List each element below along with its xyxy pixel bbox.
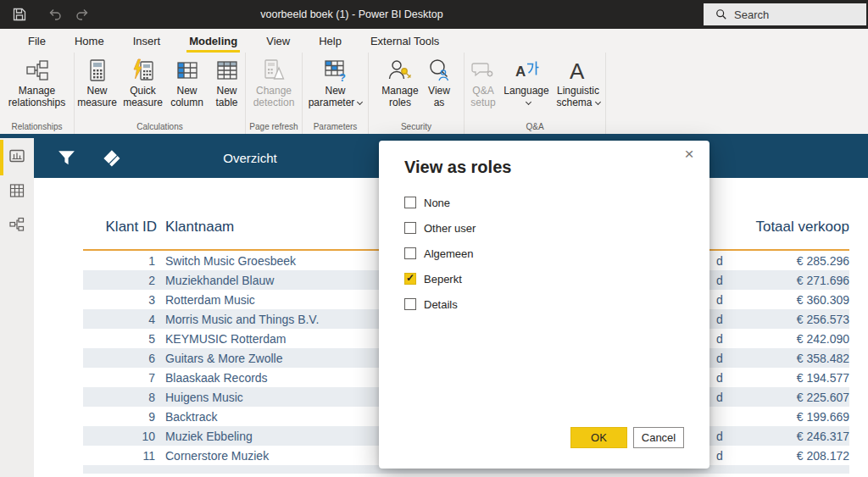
new-table-icon — [214, 58, 240, 83]
filter-icon[interactable] — [56, 147, 77, 169]
cell-hidden-fragment: d — [716, 352, 726, 365]
linguistic-schema-button[interactable]: A Linguistic schema — [553, 58, 604, 109]
cell-hidden-fragment: d — [716, 449, 726, 463]
role-option-beperkt[interactable]: Beperkt — [404, 266, 684, 291]
menu-modeling[interactable]: Modeling — [175, 29, 252, 53]
change-detection-icon — [261, 58, 287, 83]
column-header-klant-id[interactable]: Klant ID — [81, 219, 157, 244]
cell-totaal-verkoop: € 208.172 — [726, 449, 849, 463]
menu-external-tools[interactable]: External Tools — [356, 29, 453, 53]
cancel-button[interactable]: Cancel — [633, 427, 684, 448]
menu-home[interactable]: Home — [60, 29, 119, 53]
page-title: Overzicht — [195, 138, 305, 178]
new-measure-icon — [85, 58, 110, 83]
cell-hidden-fragment: d — [716, 254, 726, 268]
ribbon-group-calculations: New measure Quick measure New colum — [75, 53, 246, 134]
ribbon-group-parameters: ? New parameter Parameters — [303, 53, 369, 134]
cell-hidden-fragment: d — [716, 391, 726, 404]
search-input[interactable] — [734, 8, 860, 21]
title-bar: voorbeeld boek (1) - Power BI Desktop — [0, 0, 868, 29]
cell-klant-id: 8 — [83, 391, 155, 404]
cell-totaal-verkoop: € 256.573 — [726, 313, 849, 326]
menu-help[interactable]: Help — [304, 29, 356, 53]
qa-setup-button: Q&A setup — [466, 58, 500, 109]
cell-totaal-verkoop: € 271.696 — [726, 274, 849, 287]
change-detection-button: Change detection — [248, 58, 300, 109]
checkbox[interactable] — [404, 298, 416, 310]
new-parameter-icon: ? — [323, 58, 348, 83]
menu-view[interactable]: View — [252, 29, 304, 53]
dialog-title: View as roles — [404, 158, 511, 177]
role-option-algemeen[interactable]: Algemeen — [404, 241, 684, 266]
role-option-details[interactable]: Details — [404, 291, 684, 317]
group-label-calculations: Calculations — [75, 122, 245, 131]
cell-hidden-fragment: d — [716, 371, 726, 385]
menu-file[interactable]: File — [14, 29, 60, 53]
language-button[interactable]: A Language — [502, 58, 551, 109]
manage-roles-button[interactable]: Manage roles — [378, 58, 422, 109]
cell-totaal-verkoop: € 242.090 — [726, 332, 849, 346]
chevron-down-icon — [357, 99, 363, 105]
manage-relationships-icon — [25, 58, 50, 83]
svg-text:A: A — [515, 64, 526, 80]
ok-button[interactable]: OK — [570, 427, 627, 448]
search-box[interactable] — [704, 3, 866, 25]
checkbox[interactable] — [404, 222, 416, 234]
group-label-page-refresh: Page refresh — [246, 122, 302, 131]
ribbon-group-security: Manage roles View as Security — [369, 53, 465, 134]
ribbon-group-relationships: Manage relationships Relationships — [0, 53, 75, 134]
cell-klant-id: 6 — [83, 352, 155, 365]
cell-klant-id: 10 — [83, 430, 155, 443]
cell-totaal-verkoop: € 358.482 — [726, 352, 849, 365]
ribbon-group-page-refresh: Change detection Page refresh — [246, 53, 303, 134]
checkbox-checked[interactable] — [404, 273, 416, 285]
cell-klant-id: 11 — [83, 449, 155, 463]
eraser-icon[interactable] — [100, 147, 123, 169]
new-table-button[interactable]: New table — [209, 58, 245, 109]
manage-relationships-button[interactable]: Manage relationships — [3, 58, 71, 109]
quick-measure-icon — [131, 58, 156, 83]
cell-klant-id: 3 — [83, 293, 155, 307]
view-as-roles-dialog: View as roles None Other user Algemeen B… — [379, 141, 709, 469]
checkbox[interactable] — [404, 247, 416, 259]
cell-klant-id: 7 — [83, 371, 155, 385]
cell-totaal-verkoop: € 225.607 — [726, 391, 849, 404]
language-icon: A — [514, 58, 539, 83]
window-title: voorbeeld boek (1) - Power BI Desktop — [0, 0, 704, 29]
data-view-icon[interactable] — [8, 182, 25, 199]
cell-klant-id: 1 — [83, 254, 155, 268]
role-option-other-user[interactable]: Other user — [404, 215, 684, 241]
view-as-button[interactable]: View as — [424, 58, 454, 109]
cell-hidden-fragment: d — [716, 332, 726, 346]
cell-hidden-fragment: d — [716, 293, 726, 307]
manage-roles-icon — [387, 58, 413, 83]
ribbon-spacer — [606, 53, 868, 134]
cell-totaal-verkoop: € 199.669 — [726, 410, 849, 424]
cell-totaal-verkoop: € 285.296 — [726, 254, 849, 268]
close-icon[interactable] — [681, 146, 698, 163]
model-view-icon[interactable] — [8, 216, 25, 233]
cell-klant-id: 4 — [83, 313, 155, 326]
group-label-security: Security — [369, 122, 464, 131]
ribbon-group-qa: Q&A setup A Language A Linguistic schema — [465, 53, 606, 134]
menu-insert[interactable]: Insert — [119, 29, 175, 53]
new-column-button[interactable]: New column — [167, 58, 208, 109]
linguistic-schema-icon: A — [565, 58, 591, 83]
new-measure-button[interactable]: New measure — [75, 58, 120, 109]
cell-totaal-verkoop: € 246.317 — [726, 430, 849, 443]
new-column-icon — [175, 58, 200, 83]
cell-klant-id: 5 — [83, 332, 155, 346]
checkbox[interactable] — [404, 197, 416, 208]
qa-setup-icon — [470, 58, 496, 83]
report-view-icon[interactable] — [8, 148, 25, 165]
cell-hidden-fragment: d — [716, 313, 726, 326]
svg-text:?: ? — [339, 71, 346, 83]
view-as-icon — [426, 58, 452, 83]
cell-totaal-verkoop: € 194.577 — [726, 371, 849, 385]
quick-measure-button[interactable]: Quick measure — [121, 58, 165, 109]
roles-list: None Other user Algemeen Beperkt Details — [404, 190, 684, 317]
role-option-none[interactable]: None — [404, 190, 684, 215]
view-sidebar — [0, 138, 34, 477]
chevron-down-icon — [525, 99, 531, 105]
new-parameter-button[interactable]: ? New parameter — [306, 58, 365, 109]
